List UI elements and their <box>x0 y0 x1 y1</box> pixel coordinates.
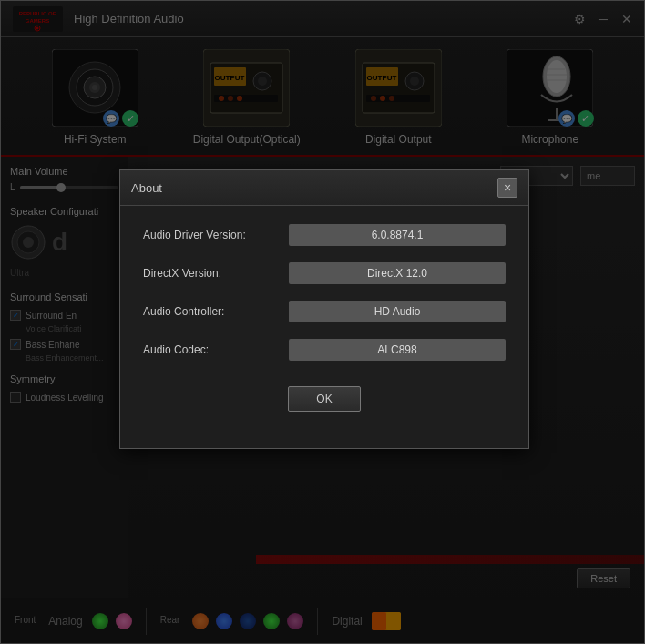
audio-codec-row: Audio Codec: ALC898 <box>143 339 506 361</box>
dialog-overlay: About × Audio Driver Version: 6.0.8874.1… <box>1 1 644 643</box>
app-window: REPUBLIC OF GAMERS High Definition Audio… <box>0 0 645 644</box>
ok-button[interactable]: OK <box>288 386 360 412</box>
audio-controller-value: HD Audio <box>289 301 506 322</box>
about-dialog: About × Audio Driver Version: 6.0.8874.1… <box>119 169 529 449</box>
dialog-footer: OK <box>143 377 506 430</box>
audio-codec-value: ALC898 <box>289 339 506 361</box>
dialog-body: Audio Driver Version: 6.0.8874.1 DirectX… <box>120 206 528 448</box>
directx-value: DirectX 12.0 <box>289 262 506 284</box>
audio-codec-label: Audio Codec: <box>143 343 289 356</box>
directx-label: DirectX Version: <box>143 267 289 280</box>
audio-driver-value: 6.0.8874.1 <box>289 224 506 246</box>
audio-controller-row: Audio Controller: HD Audio <box>143 301 506 322</box>
audio-driver-label: Audio Driver Version: <box>143 229 289 241</box>
dialog-close-button[interactable]: × <box>497 178 517 198</box>
audio-controller-label: Audio Controller: <box>143 305 289 318</box>
audio-driver-row: Audio Driver Version: 6.0.8874.1 <box>143 224 506 246</box>
directx-row: DirectX Version: DirectX 12.0 <box>143 262 506 284</box>
dialog-title: About <box>131 181 162 195</box>
dialog-title-bar: About × <box>120 170 528 206</box>
